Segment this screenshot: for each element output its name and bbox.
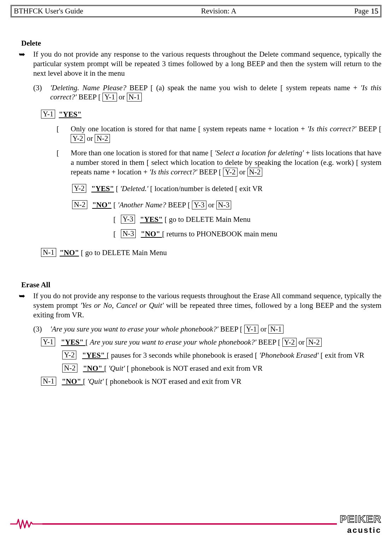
delete-step: 'Deleting. Name Please? BEEP [ (a) speak… [50, 83, 381, 102]
page-header: BTHFCK User's Guide Revision: A Page 15 … [11, 5, 381, 17]
n2-branch: N-2 "NO" [ 'Another Name? BEEP [ Y-3 or … [72, 200, 381, 239]
arrow-icon: [ [57, 124, 71, 143]
y1-case-single: Only one location is stored for that nam… [71, 124, 381, 143]
erase-y1-branch: Y-1 "YES" [ Are you sure you want to era… [41, 338, 381, 347]
footer-rule [42, 523, 337, 525]
delete-intro: If you do not provide any response to th… [33, 50, 381, 78]
page-number: Page 15 15 [354, 7, 378, 16]
doc-revision: Revision: A [201, 7, 236, 16]
erase-n1-branch: N-1 "NO" [ 'Quit' [ phonebook is NOT era… [41, 377, 381, 386]
erase-heading: Erase All [21, 280, 381, 290]
doc-title: BTHFCK User's Guide [14, 7, 83, 16]
erase-n2-branch: N-2 "NO" [ 'Quit' [ phonebook is NOT era… [62, 364, 381, 373]
y2-branch: Y-2 "YES" [ 'Deleted.' [ location/number… [72, 184, 381, 194]
hand-icon: ➥ [11, 50, 33, 78]
n1-branch: N-1 "NO" [ go to DELETE Main Menu [41, 248, 381, 258]
y3-branch: [Y-3 "YES" [ go to DELETE Main Menu [113, 215, 277, 224]
page-footer: PEIKER acustic [0, 513, 392, 535]
erase-step: 'Are you sure you want to erase your who… [50, 324, 381, 334]
delete-heading: Delete [21, 39, 381, 48]
hand-icon: ➥ [11, 291, 33, 320]
wave-icon [11, 518, 42, 530]
erase-intro: If you do not provide any response to th… [33, 291, 381, 320]
arrow-icon: [ [57, 148, 71, 177]
y1-branch: Y-1 "YES" [41, 110, 381, 119]
step-number: (3) [33, 324, 50, 334]
brand-logo: PEIKER acustic [340, 513, 381, 535]
y1-case-multi: More than one location is stored for tha… [71, 148, 381, 177]
step-number: (3) [33, 83, 50, 102]
n3-branch: [N-3 "NO" [ returns to PHONEBOOK main me… [113, 229, 277, 239]
erase-y2-branch: Y-2 "YES" [ pauses for 3 seconds while p… [62, 351, 381, 360]
